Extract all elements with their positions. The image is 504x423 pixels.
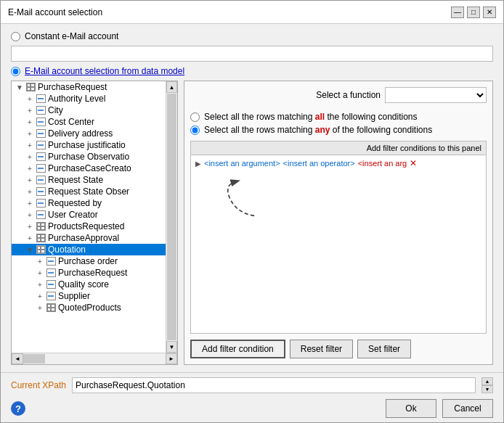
tree-item-label-productsrequested: ProductsRequested [48, 221, 124, 231]
tree-item-label-quotation: Quotation [48, 245, 86, 255]
tree-expander-casecreator: + [25, 163, 35, 173]
tree-item-costcenter[interactable]: + Cost Center [12, 116, 166, 128]
field-icon-costcenter [35, 117, 46, 127]
tree-expander-quotedproducts: + [35, 303, 45, 313]
tree-item-label-qualityscore: Quality score [58, 279, 109, 289]
tree-item-label-purchaseorder: Purchase order [58, 256, 118, 266]
add-filter-condition-button[interactable]: Add filter condition [190, 340, 285, 358]
tree-expander-requestedby: + [25, 198, 35, 208]
tree-item-purchaserequest-sub[interactable]: + PurchaseRequest [12, 267, 166, 279]
help-icon[interactable]: ? [11, 401, 25, 416]
tree-expander-justification: + [25, 140, 35, 150]
condition-any-row: Select all the rows matching any of the … [190, 125, 487, 135]
condition-any-radio[interactable] [190, 126, 200, 135]
title-bar-buttons: — □ ✕ [451, 7, 496, 18]
scroll-right-button[interactable]: ► [166, 353, 177, 364]
xpath-spin-up[interactable]: ▲ [481, 377, 493, 385]
tree-item-label-quotedproducts: QuotedProducts [58, 303, 121, 313]
scroll-down-button[interactable]: ▼ [166, 341, 177, 353]
table-icon-quotation [35, 245, 46, 255]
filter-panel-header: Add filter conditions to this panel [191, 141, 486, 155]
xpath-row: Current XPath ▲ ▼ [11, 377, 493, 393]
tree-item-quotedproducts[interactable]: + QuotedProducts [12, 302, 166, 313]
tree-item-authority[interactable]: + Authority Level [12, 93, 166, 104]
xpath-label: Current XPath [11, 380, 66, 390]
dashed-arrow-svg [213, 178, 271, 222]
tree-item-supplier[interactable]: + Supplier [12, 290, 166, 302]
tree-expander-quotation: ▼ [25, 245, 35, 255]
close-button[interactable]: ✕ [483, 7, 496, 18]
constant-email-radio[interactable] [11, 32, 20, 41]
tree-item-observation[interactable]: + Purchase Observatio [12, 151, 166, 163]
tree-item-qualityscore[interactable]: + Quality score [12, 279, 166, 290]
field-icon-requestedby [35, 198, 46, 208]
tree-scrollbar-horizontal[interactable]: ◄ ► [12, 353, 177, 364]
scroll-thumb-horizontal[interactable] [23, 354, 45, 364]
field-icon-purchaserequest-sub [45, 268, 57, 278]
filter-operator[interactable]: <insert an operator> [283, 159, 355, 168]
arrow-area [191, 171, 486, 229]
filter-arg1[interactable]: <insert an argument> [204, 159, 280, 168]
set-filter-button[interactable]: Set filter [357, 340, 411, 358]
tree-item-usercreator[interactable]: + User Creator [12, 209, 166, 221]
tree-scroll-wrapper: ▼ PurchaseRequest + Autho [12, 81, 177, 353]
scroll-up-button[interactable]: ▲ [166, 81, 177, 93]
scroll-thumb-vertical[interactable] [167, 94, 176, 340]
tree-expander-purchaseorder: + [35, 256, 45, 266]
main-content: ▼ PurchaseRequest + Autho [11, 81, 493, 365]
tree-item-requeststate[interactable]: + Request State [12, 174, 166, 186]
tree-expander-requeststateobs: + [25, 186, 35, 197]
cancel-button[interactable]: Cancel [442, 399, 493, 418]
window-body: Constant e-Mail account E-Mail account s… [1, 24, 503, 372]
tree-item-delivery[interactable]: + Delivery address [12, 128, 166, 139]
tree-root[interactable]: ▼ PurchaseRequest [12, 81, 166, 93]
tree-item-casecreator[interactable]: + PurchaseCaseCreato [12, 163, 166, 174]
tree-item-label-supplier: Supplier [58, 291, 90, 301]
table-icon-quotedproducts [45, 303, 57, 313]
condition-any-text: Select all the rows matching any of the … [204, 125, 432, 135]
tree-item-label-justification: Purchase justificatio [48, 140, 126, 150]
tree-expander-delivery: + [25, 128, 35, 139]
condition-all-radio[interactable] [190, 112, 200, 122]
tree-item-justification[interactable]: + Purchase justificatio [12, 139, 166, 151]
function-label: Select a function [316, 90, 381, 100]
maximize-button[interactable]: □ [467, 7, 480, 18]
tree-item-requestedby[interactable]: + Requested by [12, 197, 166, 209]
tree-item-purchaseapproval[interactable]: + PurchaseApproval [12, 232, 166, 244]
field-icon-observation [35, 152, 46, 162]
tree-item-label-requestedby: Requested by [48, 198, 102, 208]
tree-item-label-delivery: Delivery address [48, 128, 113, 139]
tree-expander-purchaseapproval: + [25, 233, 35, 243]
conditions-section: Select all the rows matching all the fol… [190, 112, 487, 135]
table-icon-purchaseapproval [35, 233, 46, 243]
data-model-radio[interactable] [11, 67, 20, 76]
condition-all-bold: all [315, 112, 325, 122]
tree-item-requeststateobs[interactable]: + Request State Obser [12, 186, 166, 197]
field-icon-usercreator [35, 210, 46, 220]
xpath-input[interactable] [72, 377, 476, 393]
tree-expander-city: + [25, 105, 35, 115]
ok-button[interactable]: Ok [386, 399, 436, 418]
xpath-spin-down[interactable]: ▼ [481, 385, 493, 393]
tree-expander-observation: + [25, 152, 35, 162]
tree-item-quotation[interactable]: ▼ Quotation [12, 244, 166, 255]
tree-item-label-authority: Authority Level [48, 94, 105, 104]
constant-email-input[interactable] [11, 46, 493, 62]
scroll-left-button[interactable]: ◄ [12, 353, 23, 364]
filter-delete-icon[interactable]: ✕ [410, 158, 417, 168]
tree-item-city[interactable]: + City [12, 104, 166, 116]
tree-expander-purchaserequest-sub: + [35, 268, 45, 278]
tree-item-purchaseorder[interactable]: + Purchase order [12, 255, 166, 267]
minimize-button[interactable]: — [451, 7, 464, 18]
tree-expander-usercreator: + [25, 210, 35, 220]
main-window: E-Mail account selection — □ ✕ Constant … [0, 0, 504, 423]
filter-row-arrow: ▶ [195, 160, 201, 168]
function-select[interactable] [385, 87, 487, 103]
tree-item-productsrequested[interactable]: + ProductsRequested [12, 221, 166, 232]
constant-email-input-row [11, 46, 493, 62]
reset-filter-button[interactable]: Reset filter [290, 340, 353, 358]
tree-item-label-purchaserequest-sub: PurchaseRequest [58, 268, 127, 278]
filter-arg2[interactable]: <insert an arg [358, 159, 407, 168]
field-icon-supplier [45, 291, 57, 301]
tree-scrollbar-vertical[interactable]: ▲ ▼ [166, 81, 177, 353]
